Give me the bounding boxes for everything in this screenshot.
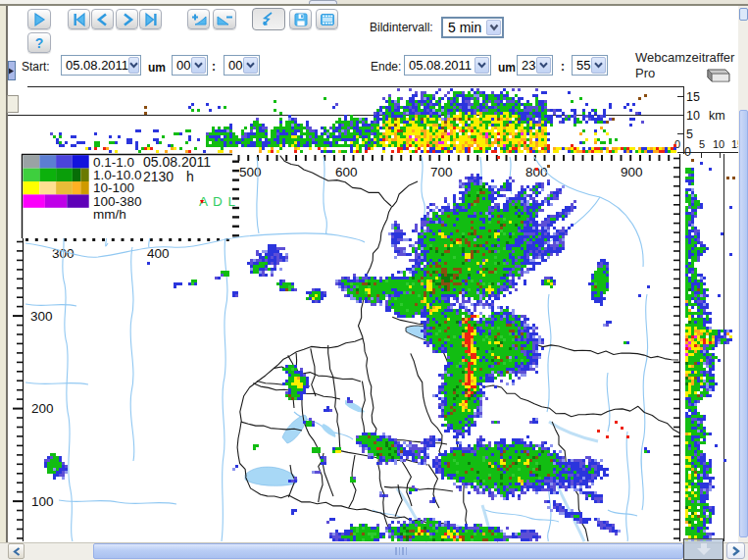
svg-text:mm/h: mm/h <box>93 207 126 222</box>
svg-text:100: 100 <box>31 494 54 509</box>
svg-text:300: 300 <box>30 309 53 324</box>
svg-text:5: 5 <box>699 138 705 150</box>
svg-text:A D L: A D L <box>199 194 236 209</box>
svg-text:15: 15 <box>686 90 700 104</box>
svg-text:05.08.2011: 05.08.2011 <box>143 154 211 170</box>
svg-text:10: 10 <box>686 109 700 123</box>
svg-text:?: ? <box>35 35 44 51</box>
svg-text:km: km <box>709 109 725 123</box>
svg-text:200: 200 <box>31 401 54 416</box>
svg-text:700: 700 <box>430 165 453 179</box>
svg-text:10: 10 <box>713 138 724 150</box>
svg-text:5: 5 <box>686 127 693 141</box>
svg-text:h: h <box>186 169 194 184</box>
svg-text:600: 600 <box>335 165 358 179</box>
svg-text:2130: 2130 <box>143 169 174 184</box>
svg-text:400: 400 <box>147 246 170 261</box>
svg-text:800: 800 <box>525 165 548 179</box>
svg-text:10-100: 10-100 <box>93 180 134 195</box>
svg-text:900: 900 <box>621 165 643 179</box>
